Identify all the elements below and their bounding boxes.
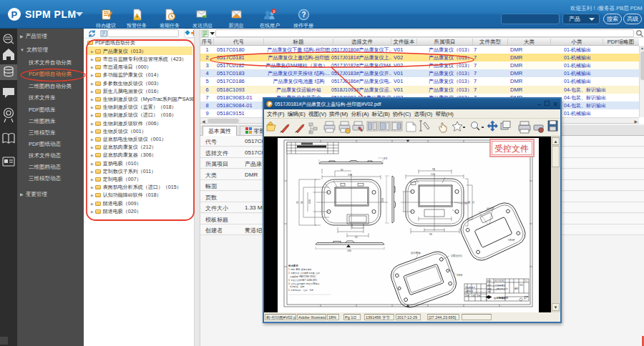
svg-text:审核: 审核 [487, 287, 492, 290]
svg-text:不得脱落、起皮;: 不得脱落、起皮; [290, 285, 305, 288]
svg-text:91: 91 [468, 201, 471, 204]
svg-text:产品康复仪: 产品康复仪 [495, 284, 505, 287]
svg-text:Q面(丝印): Q面(丝印) [451, 254, 462, 257]
svg-text:技术要求:: 技术要求: [288, 264, 299, 267]
svg-text:3. 未注公差按GB/T 14486-MT5;: 3. 未注公差按GB/T 14486-MT5; [288, 279, 318, 282]
svg-text:186: 186 [347, 249, 351, 252]
svg-text:76: 76 [472, 201, 475, 204]
svg-text:93: 93 [432, 168, 435, 171]
svg-text:108: 108 [308, 199, 311, 204]
svg-text:旧底图总号: 旧底图总号 [465, 286, 475, 289]
svg-text:设计: 设计 [487, 284, 492, 287]
svg-text:1. 材料: ABS, 颜色见色板;: 1. 材料: ABS, 颜色见色板; [288, 268, 312, 271]
svg-text:96: 96 [296, 201, 299, 204]
svg-text:2. 表面处理: 丝印图案见本图, 丝印: 2. 表面处理: 丝印图案见本图, 丝印 [288, 272, 320, 275]
svg-text:124: 124 [431, 173, 435, 176]
svg-text:上盖结构-丝印: 上盖结构-丝印 [495, 287, 508, 290]
svg-text:0517J0181: 0517J0181 [494, 280, 504, 282]
svg-text:138: 138 [348, 174, 352, 177]
svg-text:V形槽: V形槽 [508, 239, 515, 242]
svg-text:5. 外观无缩水、飞边、划伤。: 5. 外观无缩水、飞边、划伤。 [288, 289, 316, 292]
svg-text:日期: 日期 [465, 295, 469, 297]
svg-text:受控文件: 受控文件 [494, 144, 529, 154]
svg-text:日期: 日期 [477, 295, 481, 297]
svg-text:4. 丝印位置见图示, 附着力3M测试: 4. 丝印位置见图示, 附着力3M测试 [288, 282, 320, 285]
svg-text:30: 30 [355, 236, 358, 239]
svg-text:丝印面: 丝印面 [487, 207, 494, 210]
svg-text:油墨颜色: PANTONE 2935C;: 油墨颜色: PANTONE 2935C; [290, 275, 316, 278]
svg-text:?: ? [301, 11, 306, 19]
svg-text:签字: 签字 [471, 295, 475, 297]
svg-text:1:1: 1:1 [525, 280, 527, 282]
svg-text:9: 9 [273, 9, 275, 14]
svg-text:标记: 标记 [487, 280, 492, 282]
svg-text:4.5: 4.5 [384, 157, 387, 160]
svg-text:V形槽: V形槽 [457, 274, 463, 277]
svg-text:丝印图案: 丝印图案 [411, 251, 421, 254]
svg-text:ABS: ABS [514, 287, 519, 290]
svg-text:R8: R8 [464, 202, 467, 205]
svg-text:工艺: 工艺 [487, 290, 492, 293]
svg-text:54: 54 [301, 201, 303, 204]
svg-text:69: 69 [341, 169, 343, 172]
svg-text:96: 96 [429, 233, 432, 236]
svg-text:V02: V02 [519, 284, 523, 287]
svg-text:山东翔铭医疗: 山东翔铭医疗 [494, 296, 509, 300]
svg-text:底图总号: 底图总号 [465, 290, 473, 292]
svg-text:108: 108 [381, 198, 384, 202]
